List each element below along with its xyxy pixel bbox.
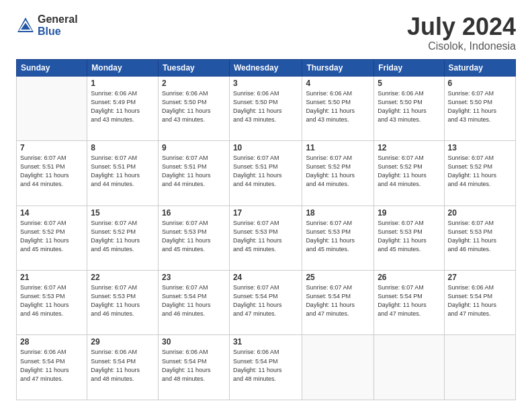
day-number: 20 [448,208,512,218]
day-number: 14 [20,208,83,218]
title-block: July 2024 Cisolok, Indonesia [407,13,516,52]
day-number: 31 [233,337,298,347]
day-number: 29 [91,337,154,347]
day-info: Sunrise: 6:07 AM Sunset: 5:52 PM Dayligh… [378,154,440,189]
calendar-cell: 26Sunrise: 6:07 AM Sunset: 5:54 PM Dayli… [374,271,444,335]
day-info: Sunrise: 6:07 AM Sunset: 5:52 PM Dayligh… [448,154,512,189]
day-number: 7 [20,143,83,152]
day-number: 22 [91,273,154,282]
day-info: Sunrise: 6:06 AM Sunset: 5:50 PM Dayligh… [306,89,370,124]
day-number: 21 [20,273,83,282]
calendar-cell: 30Sunrise: 6:06 AM Sunset: 5:54 PM Dayli… [158,335,229,400]
calendar-cell: 17Sunrise: 6:07 AM Sunset: 5:53 PM Dayli… [229,205,302,270]
subtitle: Cisolok, Indonesia [407,40,516,52]
day-number: 27 [448,273,512,282]
day-info: Sunrise: 6:07 AM Sunset: 5:53 PM Dayligh… [233,219,298,254]
calendar-cell: 2Sunrise: 6:06 AM Sunset: 5:50 PM Daylig… [158,76,229,140]
day-info: Sunrise: 6:07 AM Sunset: 5:52 PM Dayligh… [306,154,370,189]
calendar-cell: 21Sunrise: 6:07 AM Sunset: 5:53 PM Dayli… [17,271,87,335]
day-info: Sunrise: 6:06 AM Sunset: 5:54 PM Dayligh… [91,348,154,383]
day-number: 24 [233,273,298,282]
day-info: Sunrise: 6:07 AM Sunset: 5:51 PM Dayligh… [162,154,226,189]
calendar-cell: 31Sunrise: 6:06 AM Sunset: 5:54 PM Dayli… [229,335,302,400]
calendar-week-2: 7Sunrise: 6:07 AM Sunset: 5:51 PM Daylig… [17,141,516,205]
day-number: 11 [306,143,370,152]
day-number: 28 [20,337,83,347]
day-info: Sunrise: 6:07 AM Sunset: 5:54 PM Dayligh… [306,283,370,318]
calendar-cell: 7Sunrise: 6:07 AM Sunset: 5:51 PM Daylig… [17,141,87,205]
calendar-cell: 9Sunrise: 6:07 AM Sunset: 5:51 PM Daylig… [158,141,229,205]
day-number: 1 [91,79,154,88]
day-number: 30 [162,337,226,347]
calendar-cell [444,335,515,400]
calendar-cell: 22Sunrise: 6:07 AM Sunset: 5:53 PM Dayli… [87,271,159,335]
calendar-cell: 19Sunrise: 6:07 AM Sunset: 5:53 PM Dayli… [374,205,444,270]
day-number: 10 [233,143,298,152]
day-info: Sunrise: 6:07 AM Sunset: 5:51 PM Dayligh… [20,154,83,189]
calendar-cell: 28Sunrise: 6:06 AM Sunset: 5:54 PM Dayli… [17,335,87,400]
calendar-cell: 11Sunrise: 6:07 AM Sunset: 5:52 PM Dayli… [302,141,374,205]
calendar-cell: 6Sunrise: 6:07 AM Sunset: 5:50 PM Daylig… [444,76,515,140]
day-info: Sunrise: 6:07 AM Sunset: 5:54 PM Dayligh… [233,283,298,318]
calendar-cell: 5Sunrise: 6:06 AM Sunset: 5:50 PM Daylig… [374,76,444,140]
day-info: Sunrise: 6:07 AM Sunset: 5:51 PM Dayligh… [233,154,298,189]
day-info: Sunrise: 6:07 AM Sunset: 5:53 PM Dayligh… [20,283,83,318]
col-thursday: Thursday [302,59,374,76]
day-number: 17 [233,208,298,218]
calendar-cell [17,76,87,140]
calendar-cell: 3Sunrise: 6:06 AM Sunset: 5:50 PM Daylig… [229,76,302,140]
day-number: 9 [162,143,226,152]
day-number: 23 [162,273,226,282]
day-info: Sunrise: 6:06 AM Sunset: 5:54 PM Dayligh… [233,348,298,383]
logo-icon [16,16,35,35]
page: General Blue July 2024 Cisolok, Indonesi… [0,0,532,411]
calendar-cell: 15Sunrise: 6:07 AM Sunset: 5:52 PM Dayli… [87,205,159,270]
day-info: Sunrise: 6:07 AM Sunset: 5:53 PM Dayligh… [378,219,440,254]
day-info: Sunrise: 6:07 AM Sunset: 5:54 PM Dayligh… [378,283,440,318]
day-number: 19 [378,208,440,218]
calendar-cell: 10Sunrise: 6:07 AM Sunset: 5:51 PM Dayli… [229,141,302,205]
calendar-cell: 14Sunrise: 6:07 AM Sunset: 5:52 PM Dayli… [17,205,87,270]
day-number: 25 [306,273,370,282]
day-number: 6 [448,79,512,88]
logo-general-text: General [38,13,78,26]
day-info: Sunrise: 6:06 AM Sunset: 5:54 PM Dayligh… [448,283,512,318]
day-info: Sunrise: 6:07 AM Sunset: 5:52 PM Dayligh… [91,219,154,254]
calendar-table: Sunday Monday Tuesday Wednesday Thursday… [16,59,516,400]
calendar-cell: 27Sunrise: 6:06 AM Sunset: 5:54 PM Dayli… [444,271,515,335]
calendar-cell: 23Sunrise: 6:07 AM Sunset: 5:54 PM Dayli… [158,271,229,335]
calendar-cell: 16Sunrise: 6:07 AM Sunset: 5:53 PM Dayli… [158,205,229,270]
day-number: 15 [91,208,154,218]
calendar-cell: 12Sunrise: 6:07 AM Sunset: 5:52 PM Dayli… [374,141,444,205]
calendar-cell: 1Sunrise: 6:06 AM Sunset: 5:49 PM Daylig… [87,76,159,140]
day-info: Sunrise: 6:06 AM Sunset: 5:54 PM Dayligh… [162,348,226,383]
day-info: Sunrise: 6:07 AM Sunset: 5:51 PM Dayligh… [91,154,154,189]
logo: General Blue [16,13,78,37]
day-info: Sunrise: 6:06 AM Sunset: 5:49 PM Dayligh… [91,89,154,124]
calendar-week-3: 14Sunrise: 6:07 AM Sunset: 5:52 PM Dayli… [17,205,516,270]
day-number: 18 [306,208,370,218]
calendar-cell: 24Sunrise: 6:07 AM Sunset: 5:54 PM Dayli… [229,271,302,335]
day-number: 8 [91,143,154,152]
calendar-cell [374,335,444,400]
calendar-cell: 4Sunrise: 6:06 AM Sunset: 5:50 PM Daylig… [302,76,374,140]
calendar-cell: 29Sunrise: 6:06 AM Sunset: 5:54 PM Dayli… [87,335,159,400]
col-friday: Friday [374,59,444,76]
calendar-week-5: 28Sunrise: 6:06 AM Sunset: 5:54 PM Dayli… [17,335,516,400]
day-number: 13 [448,143,512,152]
day-info: Sunrise: 6:07 AM Sunset: 5:53 PM Dayligh… [306,219,370,254]
main-title: July 2024 [407,13,516,40]
day-info: Sunrise: 6:07 AM Sunset: 5:50 PM Dayligh… [448,89,512,124]
calendar-cell: 13Sunrise: 6:07 AM Sunset: 5:52 PM Dayli… [444,141,515,205]
day-info: Sunrise: 6:07 AM Sunset: 5:53 PM Dayligh… [448,219,512,254]
day-number: 2 [162,79,226,88]
calendar-cell: 8Sunrise: 6:07 AM Sunset: 5:51 PM Daylig… [87,141,159,205]
calendar-header: Sunday Monday Tuesday Wednesday Thursday… [17,59,516,76]
day-number: 26 [378,273,440,282]
day-info: Sunrise: 6:07 AM Sunset: 5:54 PM Dayligh… [162,283,226,318]
col-saturday: Saturday [444,59,515,76]
col-sunday: Sunday [17,59,87,76]
day-info: Sunrise: 6:06 AM Sunset: 5:54 PM Dayligh… [20,348,83,383]
col-monday: Monday [87,59,159,76]
day-info: Sunrise: 6:06 AM Sunset: 5:50 PM Dayligh… [378,89,440,124]
